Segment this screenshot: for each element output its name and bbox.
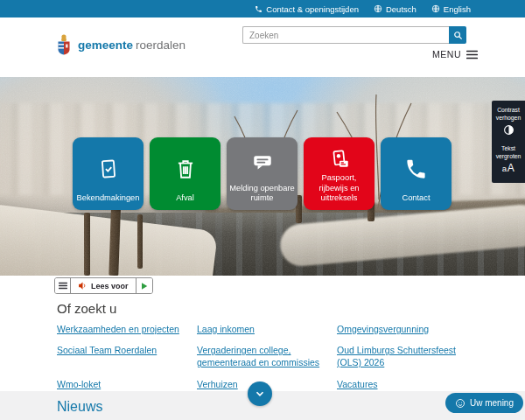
logo[interactable]: gemeenteroerdalen — [56, 33, 186, 56]
text-size-button[interactable]: Tekst vergroten aA — [494, 145, 523, 175]
readspeaker-play-button[interactable] — [136, 278, 152, 293]
search-input[interactable] — [242, 26, 449, 44]
contact-hours-link[interactable]: Contact & openingstijden — [255, 4, 359, 14]
phone-icon — [255, 5, 262, 13]
speaker-icon — [78, 281, 88, 290]
readspeaker-label: Lees voor — [91, 282, 129, 290]
link-laag-inkomen[interactable]: Laag inkomen — [197, 323, 328, 335]
language-german-label: Deutsch — [386, 4, 416, 14]
contrast-icon — [503, 124, 514, 136]
news-title: Nieuws — [57, 399, 102, 415]
feedback-button[interactable]: Uw mening — [445, 393, 523, 413]
contrast-label: Contrast verhogen — [494, 107, 523, 122]
speech-bubble-icon — [250, 144, 275, 184]
logo-text-secondary: roerdalen — [136, 38, 186, 52]
tile-paspoort-rijbewijs[interactable]: Paspoort, rijbewijs en uittreksels — [304, 137, 374, 210]
link-omgevingsvergunning[interactable]: Omgevingsvergunning — [337, 323, 468, 335]
language-german-link[interactable]: Deutsch — [374, 4, 416, 14]
logo-text-primary: gemeente — [78, 38, 133, 52]
link-schuttersfeest[interactable]: Oud Limburgs Schuttersfeest (OLS) 2026 — [337, 344, 468, 368]
link-vergaderingen[interactable]: Vergaderingen college, gemeenteraad en c… — [197, 344, 328, 368]
readspeaker-menu-button[interactable] — [55, 278, 71, 293]
globe-icon — [431, 4, 440, 13]
smiley-icon — [455, 398, 466, 409]
phone-icon — [404, 144, 428, 193]
hamburger-icon — [466, 50, 478, 60]
tile-label: Paspoort, rijbewijs en uittreksels — [306, 173, 372, 204]
search-button[interactable] — [449, 26, 466, 44]
tile-label: Contact — [402, 193, 430, 204]
tile-contact[interactable]: Contact — [381, 137, 452, 210]
search-icon — [453, 31, 463, 40]
roerdalen-homepage: Contact & openingstijden Deutsch English… — [0, 0, 525, 420]
link-vacatures[interactable]: Vacatures — [337, 378, 468, 390]
tile-label: Afval — [176, 193, 194, 204]
site-header: gemeenteroerdalen MENU — [0, 18, 525, 77]
chevron-down-icon — [254, 388, 266, 400]
menu-label: MENU — [432, 49, 461, 60]
tile-label: Bekendmakingen — [77, 193, 140, 204]
passport-icon — [328, 144, 351, 173]
tile-label: Melding openbare ruimte — [229, 184, 295, 204]
contact-hours-label: Contact & openingstijden — [266, 4, 359, 14]
feedback-label: Uw mening — [470, 398, 514, 408]
hamburger-icon — [59, 282, 67, 290]
readspeaker-widget: Lees voor — [54, 277, 153, 294]
top-bar: Contact & openingstijden Deutsch English — [0, 0, 525, 18]
contrast-toggle-button[interactable]: Contrast verhogen — [494, 107, 523, 137]
menu-button[interactable]: MENU — [432, 49, 478, 60]
readspeaker-listen-button[interactable]: Lees voor — [71, 278, 136, 293]
globe-icon — [374, 4, 382, 13]
link-wmo-loket[interactable]: Wmo-loket — [57, 378, 188, 390]
text-size-label: Tekst vergroten — [494, 145, 523, 161]
play-icon — [140, 282, 149, 290]
hero-banner: Bekendmakingen Afval Melding openbare ru… — [0, 77, 525, 276]
link-werkzaamheden[interactable]: Werkzaamheden en projecten — [57, 323, 188, 335]
quick-links-grid: Werkzaamheden en projecten Sociaal Team … — [57, 323, 468, 390]
tile-melding-openbare-ruimte[interactable]: Melding openbare ruimte — [227, 137, 298, 210]
coat-of-arms-icon — [56, 33, 72, 56]
tile-afval[interactable]: Afval — [150, 137, 220, 210]
language-english-link[interactable]: English — [431, 4, 471, 14]
scroll-down-button[interactable] — [248, 382, 272, 406]
quick-links-title: Of zoekt u — [57, 301, 116, 316]
accessibility-panel: Contrast verhogen Tekst vergroten aA — [492, 101, 525, 183]
language-english-label: English — [444, 4, 471, 14]
link-sociaal-team[interactable]: Sociaal Team Roerdalen — [57, 344, 188, 368]
search-bar — [242, 26, 466, 44]
text-size-icon: aA — [494, 162, 523, 176]
quick-link-tiles: Bekendmakingen Afval Melding openbare ru… — [73, 137, 452, 210]
document-check-icon — [97, 144, 120, 193]
trash-icon — [174, 144, 197, 193]
tile-bekendmakingen[interactable]: Bekendmakingen — [73, 137, 144, 210]
